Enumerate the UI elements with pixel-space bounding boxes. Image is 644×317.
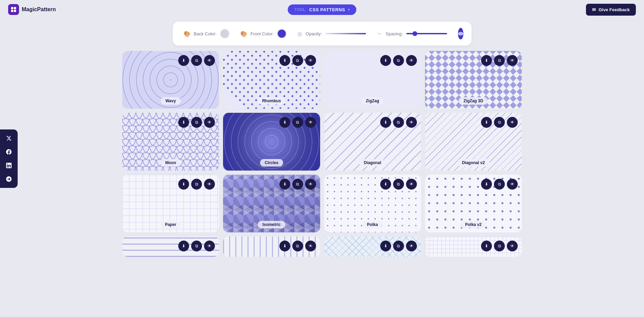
pattern-label-polka: Polka	[362, 221, 383, 228]
pattern-card-paper[interactable]: ⬇ ⧉ 👁 Paper	[122, 175, 219, 232]
eye-button-isometric[interactable]: 👁	[305, 179, 316, 190]
controls-bar: 🎨 Back Color: 🎨 Front Color: ◎ Opacity: …	[173, 22, 472, 46]
pattern-label-wavy: Wavy	[161, 97, 181, 105]
linkedin-button[interactable]	[3, 159, 15, 172]
opacity-slider[interactable]	[325, 33, 366, 34]
eye-button-wavy[interactable]: 👁	[204, 55, 215, 66]
opacity-icon: ◎	[297, 31, 302, 37]
feedback-button[interactable]: ✉ Give Feedback	[586, 4, 636, 16]
download-button-polka[interactable]: ⬇	[380, 179, 391, 190]
pattern-label-moon: Moon	[161, 159, 181, 166]
download-button-moon[interactable]: ⬇	[178, 117, 189, 128]
download-button-vertical[interactable]: ⬇	[279, 241, 290, 251]
copy-button-zigzag[interactable]: ⧉	[393, 55, 404, 66]
svg-rect-3	[14, 10, 16, 12]
front-color-wheel-icon: 🎨	[240, 31, 247, 37]
download-button-zigzag[interactable]: ⬇	[380, 55, 391, 66]
eye-button-zigzag[interactable]: 👁	[406, 55, 417, 66]
download-button-diagonalv2[interactable]: ⬇	[481, 117, 492, 128]
copy-button-crosshatch[interactable]: ⧉	[393, 241, 404, 251]
copy-button-diagonalv2[interactable]: ⧉	[494, 117, 505, 128]
eye-button-crosshatch[interactable]: 👁	[406, 241, 417, 251]
copy-button-polkav2[interactable]: ⧉	[494, 179, 505, 190]
eye-button-polka[interactable]: 👁	[406, 179, 417, 190]
pattern-card-grid[interactable]: ⬇ ⧉ 👁	[425, 236, 522, 257]
eye-button-circles[interactable]: 👁	[305, 117, 316, 128]
download-button-grid[interactable]: ⬇	[481, 241, 492, 251]
pattern-card-moon[interactable]: ⬇ ⧉ 👁 Moon	[122, 113, 219, 171]
pattern-card-rhombus[interactable]: ⬇ ⧉ 👁 Rhombus	[223, 51, 320, 109]
pattern-label-diagonal: Diagonal	[359, 159, 386, 166]
pattern-card-diagonalv2[interactable]: ⬇ ⧉ 👁 Diagonal v2	[425, 113, 522, 171]
download-button-wavy[interactable]: ⬇	[178, 55, 189, 66]
download-button-rhombus[interactable]: ⬇	[279, 55, 290, 66]
opacity-label: Opacity:	[306, 31, 322, 36]
copy-button-zigzag3d[interactable]: ⧉	[494, 55, 505, 66]
chevron-down-icon: ▾	[348, 8, 350, 12]
eye-button-zigzag3d[interactable]: 👁	[507, 55, 518, 66]
back-color-label: Back Color:	[194, 31, 217, 36]
front-color-swatch[interactable]	[277, 29, 287, 38]
back-color-swatch[interactable]	[220, 29, 229, 38]
download-button-diagonal[interactable]: ⬇	[380, 117, 391, 128]
eye-button-polkav2[interactable]: 👁	[507, 179, 518, 190]
eye-button-moon[interactable]: 👁	[204, 117, 215, 128]
pattern-card-polka[interactable]: ⬇ ⧉ 👁 Polka	[324, 175, 421, 232]
eye-button-grid[interactable]: 👁	[507, 241, 518, 251]
pattern-card-crosshatch[interactable]: ⬇ ⧉ 👁	[324, 236, 421, 257]
feedback-icon: ✉	[592, 7, 596, 12]
pattern-card-polkav2[interactable]: ⬇ ⧉ 👁 Polka v2	[425, 175, 522, 232]
logo-icon	[8, 4, 19, 15]
header: MagicPattern TOOL: CSS PATTERNS ▾ ✉ Give…	[0, 0, 644, 19]
pattern-label-polkav2: Polka v2	[460, 221, 486, 228]
copy-button-horizontal[interactable]: ⧉	[191, 241, 202, 251]
copy-button-wavy[interactable]: ⧉	[191, 55, 202, 66]
logo-area: MagicPattern	[8, 4, 56, 15]
front-color-group: 🎨 Front Color:	[240, 29, 287, 38]
copy-button-moon[interactable]: ⧉	[191, 117, 202, 128]
copy-button-paper[interactable]: ⧉	[191, 179, 202, 190]
twitter-button[interactable]	[3, 132, 15, 144]
download-button-horizontal[interactable]: ⬇	[178, 241, 189, 251]
download-button-isometric[interactable]: ⬇	[279, 179, 290, 190]
download-button-polkav2[interactable]: ⬇	[481, 179, 492, 190]
color-wheel-icon: 🎨	[184, 31, 190, 37]
tool-pill[interactable]: TOOL: CSS PATTERNS ▾	[288, 4, 356, 15]
eye-button-paper[interactable]: 👁	[204, 179, 215, 190]
eye-button[interactable]	[458, 28, 463, 39]
copy-button-diagonal[interactable]: ⧉	[393, 117, 404, 128]
download-button-circles[interactable]: ⬇	[279, 117, 290, 128]
facebook-button[interactable]	[3, 146, 15, 158]
copy-button-rhombus[interactable]: ⧉	[292, 55, 303, 66]
spacing-icon: ↔	[377, 31, 382, 37]
download-button-paper[interactable]: ⬇	[178, 179, 189, 190]
pattern-card-wavy[interactable]: ⬇ ⧉ 👁 Wavy	[122, 51, 219, 109]
copy-button-grid[interactable]: ⧉	[494, 241, 505, 251]
pattern-label-circles: Circles	[260, 159, 283, 166]
eye-button-diagonal[interactable]: 👁	[406, 117, 417, 128]
eye-button-horizontal[interactable]: 👁	[204, 241, 215, 251]
pattern-card-zigzag[interactable]: ⬇ ⧉ 👁 ZigZag	[324, 51, 421, 109]
download-button-crosshatch[interactable]: ⬇	[380, 241, 391, 251]
tool-name: CSS PATTERNS	[309, 7, 345, 12]
spacing-slider[interactable]	[406, 33, 447, 34]
copy-button-vertical[interactable]: ⧉	[292, 241, 303, 251]
back-color-group: 🎨 Back Color:	[184, 29, 229, 38]
pattern-card-horizontal[interactable]: ⬇ ⧉ 👁	[122, 236, 219, 257]
eye-button-diagonalv2[interactable]: 👁	[507, 117, 518, 128]
eye-button-vertical[interactable]: 👁	[305, 241, 316, 251]
pattern-label-zigzag: ZigZag	[361, 97, 384, 105]
eye-button-rhombus[interactable]: 👁	[305, 55, 316, 66]
download-button-zigzag3d[interactable]: ⬇	[481, 55, 492, 66]
copy-button-circles[interactable]: ⧉	[292, 117, 303, 128]
logo-text: MagicPattern	[22, 6, 56, 13]
pattern-card-diagonal[interactable]: ⬇ ⧉ 👁 Diagonal	[324, 113, 421, 171]
copy-button-polka[interactable]: ⧉	[393, 179, 404, 190]
copy-button-isometric[interactable]: ⧉	[292, 179, 303, 190]
pattern-card-vertical[interactable]: ⬇ ⧉ 👁	[223, 236, 320, 257]
pattern-card-circles[interactable]: ⬇ ⧉ 👁 Circles	[223, 113, 320, 171]
pattern-card-zigzag3d[interactable]: ⬇ ⧉ 👁 ZigZag 3D	[425, 51, 522, 109]
spacing-group: ↔ Spacing:	[377, 31, 447, 37]
pattern-card-isometric[interactable]: ⬇ ⧉ 👁 Isometric	[223, 175, 320, 232]
telegram-button[interactable]	[3, 173, 15, 185]
